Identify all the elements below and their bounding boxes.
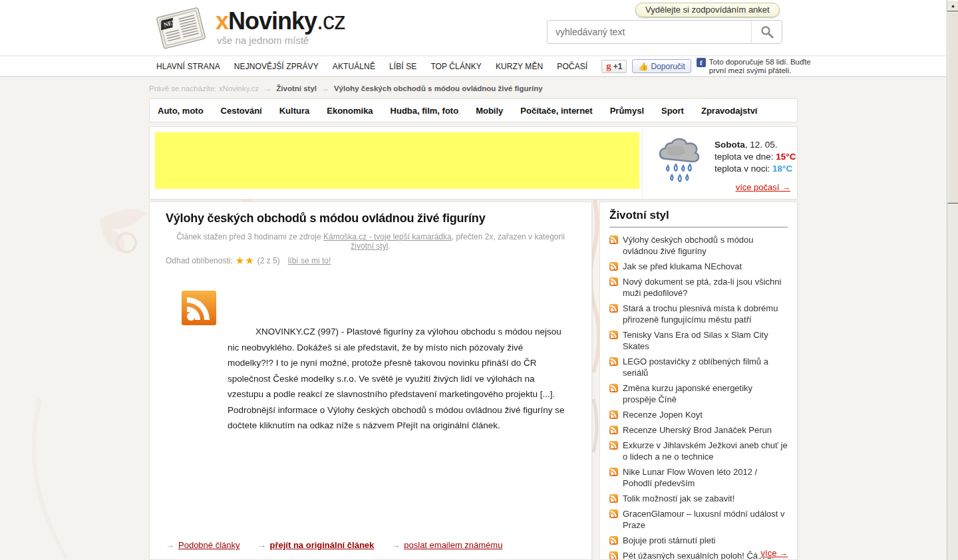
similar-articles-link[interactable]: Podobné články [178, 540, 240, 550]
newspaper-icon: NEWS [154, 4, 209, 52]
rss-bullet-icon [609, 509, 618, 518]
search-button[interactable] [751, 21, 782, 43]
nav-item[interactable]: KURZY MĚN [496, 62, 543, 71]
category-link[interactable]: Auto, moto [158, 106, 204, 116]
category-link[interactable]: Ekonomika [327, 106, 373, 116]
header: NEWS xNovinky.cz vše na jednom místě Vyd… [0, 0, 947, 56]
sidebar-more-link[interactable]: více → [757, 548, 788, 558]
breadcrumb-current-page: Výlohy českých obchodů s módou ovládnou … [334, 84, 543, 92]
arrow-icon: → [391, 540, 400, 550]
ad-banner[interactable] [155, 132, 639, 189]
sidebar-article-title: LEGO postavičky z oblíbených filmů a ser… [623, 356, 788, 378]
rss-bullet-icon [609, 410, 618, 419]
weather-forecast-text: Sobota, 12. 05. teplota ve dne: 15°C tep… [715, 139, 796, 175]
sidebar-article-item[interactable]: Změna kurzu japonské energetiky prospěje… [609, 382, 788, 405]
breadcrumb-arrow-icon: → [264, 84, 272, 92]
sidebar-article-item[interactable]: Tolik možností jak se zabavit! [609, 493, 788, 504]
sidebar-article-title: Pět úžasných sexuálních poloh! Část 1. [623, 550, 774, 560]
category-link[interactable]: Průmysl [610, 106, 644, 116]
sidebar-article-title: Recenze Jopen Koyt [623, 409, 703, 420]
rss-bullet-icon [609, 331, 618, 339]
nav-item[interactable]: TOP ČLÁNKY [430, 62, 482, 71]
sidebar-article-title: Stará a trochu plesnivá místa k dobrému … [623, 303, 788, 325]
sidebar-article-title: Výlohy českých obchodů s módou ovládnou … [623, 234, 788, 257]
sidebar-article-title: Nový dokument se ptá, zda-li jsou všichn… [623, 276, 788, 299]
sidebar-article-title: Nike Lunar Flow Woven léto 2012 / Pohodl… [623, 466, 788, 489]
sidebar-article-item[interactable]: Recenze Jopen Koyt [609, 409, 788, 420]
vertical-scrollbar[interactable]: ▲ [947, 0, 958, 560]
sidebar-article-item[interactable]: Stará a trochu plesnivá místa k dobrému … [609, 303, 788, 325]
sidebar-article-item[interactable]: Nike Lunar Flow Woven léto 2012 / Pohodl… [609, 466, 788, 489]
sidebar-article-item[interactable]: Recenze Uherský Brod Janáček Perun [609, 424, 788, 436]
category-link[interactable]: Mobily [476, 106, 503, 116]
logo-tagline: vše na jednom místě [217, 35, 345, 46]
sidebar-article-item[interactable]: Tenisky Vans Era od Silas x Slam City Sk… [609, 329, 788, 352]
nav-item[interactable]: POČASÍ [557, 62, 587, 71]
rss-bullet-icon [609, 494, 618, 503]
nav-item[interactable]: LÍBÍ SE [389, 62, 416, 71]
article-panel: Výlohy českých obchodů s módou ovládnou … [149, 202, 592, 560]
sidebar-panel: Životní styl Výlohy českých obchodů s mó… [599, 202, 798, 560]
google-g-icon: g [606, 61, 611, 72]
rss-bullet-icon [609, 384, 618, 392]
breadcrumb-arrow-icon: → [321, 84, 329, 92]
category-link[interactable]: Sport [661, 106, 684, 116]
rss-bullet-icon [609, 277, 618, 286]
fb-button-label: Doporučit [651, 62, 685, 71]
rating-value: (2 z 5) [257, 256, 280, 265]
email-share-link[interactable]: poslat emailem známému [404, 540, 502, 550]
sidebar-article-item[interactable]: LEGO postavičky z oblíbených filmů a ser… [609, 356, 788, 378]
sidebar-article-item[interactable]: Jak se před klukama NEchovat [609, 261, 788, 272]
breadcrumb: Právě se nacházíte: xNovinky.cz → Životn… [149, 84, 543, 92]
breadcrumb-site-link[interactable]: xNovinky.cz [219, 84, 259, 92]
star-icons[interactable]: ★★ [236, 255, 255, 267]
meta-mid: , přečten 2x, zařazen v kategorii [452, 232, 565, 241]
breadcrumb-category-link[interactable]: Životní styl [276, 84, 317, 92]
facebook-recommend-button[interactable]: 👍 Doporučit [632, 59, 691, 73]
sidebar-article-item[interactable]: Výlohy českých obchodů s módou ovládnou … [609, 234, 788, 257]
category-meta-link[interactable]: životní styl [351, 241, 388, 251]
article-title: Výlohy českých obchodů s módou ovládnou … [166, 211, 575, 225]
article-meta: Článek stažen před 3 hodinami ze zdroje … [166, 232, 575, 251]
category-link[interactable]: Cestování [221, 106, 262, 116]
category-link[interactable]: Hudba, film, foto [391, 106, 459, 116]
sidebar-article-item[interactable]: GracenGlamour – luxusní módní událost v … [609, 508, 788, 531]
google-plus-one-button[interactable]: g +1 [601, 60, 627, 73]
category-link[interactable]: Počítače, internet [520, 106, 592, 116]
sidebar-article-title: GracenGlamour – luxusní módní událost v … [623, 508, 788, 531]
article-footer-links: →Podobné články →přejít na originální čl… [166, 540, 502, 550]
site-logo[interactable]: NEWS xNovinky.cz vše na jednom místě [154, 4, 345, 52]
search-icon [760, 25, 774, 39]
scrollbar-thumb[interactable] [947, 12, 958, 204]
banner-weather-panel: Sobota, 12. 05. teplota ve dne: 15°C tep… [149, 126, 798, 200]
category-navigation: Auto, motoCestováníKulturaEkonomikaHudba… [149, 98, 798, 122]
like-link[interactable]: líbí se mi to! [288, 256, 331, 265]
weather-date: , 12. 05. [745, 140, 778, 150]
nav-item[interactable]: HLAVNÍ STRANA [156, 62, 220, 71]
arrow-icon: → [166, 540, 174, 550]
sidebar-article-title: Bojuje proti stárnutí pleti [623, 535, 715, 546]
search-input[interactable] [548, 21, 751, 43]
article-text: XNOVINKY.CZ (997) - Plastové figuríny za… [228, 324, 569, 434]
logo-name: Novinky [228, 7, 317, 35]
social-buttons: g +1 👍 Doporučit f Toto doporučuje 58 li… [601, 58, 820, 75]
nav-item[interactable]: NEJNOVĚJŠÍ ZPRÁVY [234, 62, 319, 71]
sidebar-article-item[interactable]: Nový dokument se ptá, zda-li jsou všichn… [609, 276, 788, 299]
arrow-icon: → [257, 540, 266, 550]
rain-cloud-icon [656, 136, 703, 188]
source-link[interactable]: Kámoška.cz - tvoje lepší kamarádka [323, 232, 452, 241]
poll-promo-button[interactable]: Vydělejte si zodpovídáním anket [635, 3, 780, 17]
sidebar-article-item[interactable]: Exkurze v Jihlavském Ježkovi aneb chuť j… [609, 440, 788, 462]
rss-bullet-icon [609, 468, 618, 476]
rss-bullet-icon [609, 551, 618, 560]
nav-item[interactable]: AKTUÁLNĚ [333, 62, 375, 71]
category-link[interactable]: Kultura [279, 106, 310, 116]
scroll-up-arrow-icon[interactable]: ▲ [947, 0, 958, 11]
meta-end: . [388, 241, 390, 251]
more-weather-link[interactable]: více počasí → [736, 182, 790, 192]
logo-text: xNovinky.cz vše na jednom místě [216, 9, 345, 46]
sidebar-article-item[interactable]: Bojuje proti stárnutí pleti [609, 535, 788, 546]
sidebar-article-title: Tolik možností jak se zabavit! [623, 493, 734, 504]
original-article-link[interactable]: přejít na originální článek [270, 540, 375, 550]
category-link[interactable]: Zpravodajství [701, 106, 758, 116]
